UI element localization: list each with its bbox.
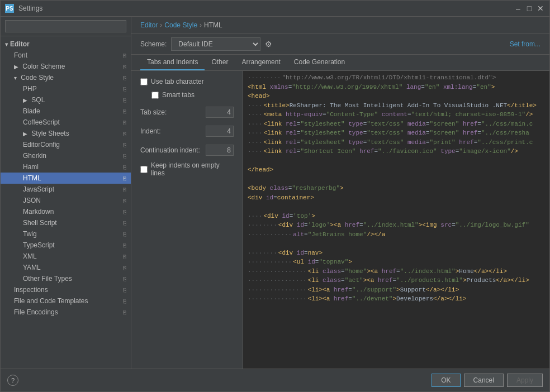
sidebar-item-php[interactable]: PHP ⎘ <box>1 83 131 94</box>
sidebar-item-xml[interactable]: XML ⎘ <box>1 251 131 262</box>
copy-icon: ⎘ <box>123 298 126 304</box>
code-line: ····<div id='top'> <box>243 212 549 221</box>
copy-icon: ⎘ <box>123 220 126 226</box>
sidebar-item-json[interactable]: JSON ⎘ <box>1 195 131 206</box>
sidebar-item-editor[interactable]: ▾ Editor <box>1 39 131 50</box>
sidebar-item-sql[interactable]: ▶ SQL ⎘ <box>1 94 131 106</box>
search-box <box>1 17 131 36</box>
code-line: ············<ul id="topnav"> <box>243 257 549 267</box>
sidebar-item-label: HTML <box>23 174 41 182</box>
breadcrumb-editor[interactable]: Editor <box>140 21 158 29</box>
copy-icon: ⎘ <box>123 287 126 293</box>
copy-icon: ⎘ <box>123 175 126 181</box>
sidebar-item-typescript[interactable]: TypeScript ⎘ <box>1 240 131 251</box>
tab-other[interactable]: Other <box>205 55 235 70</box>
code-line: ················<li><a href="../support"… <box>243 285 549 295</box>
copy-icon: ⎘ <box>123 131 126 137</box>
code-line <box>243 202 549 212</box>
code-line: ····<meta http-equiv="Content-Type" cont… <box>243 110 549 119</box>
tab-tabs-and-indents[interactable]: Tabs and Indents <box>140 55 205 70</box>
arrow-icon: ▶ <box>23 131 27 137</box>
scheme-bar: Scheme: Default IDE ⚙ Set from... <box>131 34 549 55</box>
continuation-indent-input[interactable] <box>206 145 234 156</box>
tab-arrangement[interactable]: Arrangement <box>235 55 287 70</box>
tab-content: Use tab character Smart tabs Tab size: I… <box>131 71 549 369</box>
sidebar-item-file-code-templates[interactable]: File and Code Templates ⎘ <box>1 295 131 307</box>
breadcrumb-code-style[interactable]: Code Style <box>164 21 197 29</box>
scheme-gear-button[interactable]: ⚙ <box>265 40 272 49</box>
breadcrumb-sep2: › <box>200 21 202 29</box>
maximize-button[interactable]: □ <box>525 4 534 13</box>
sidebar-item-label: XML <box>23 252 37 260</box>
use-tab-character-label: Use tab character <box>151 78 204 85</box>
sidebar-item-label: File Encodings <box>14 308 58 316</box>
copy-icon: ⎘ <box>123 265 126 271</box>
main-content: ▾ Editor Font ⎘ ▶ Color Scheme ⎘ <box>1 17 549 369</box>
sidebar-item-label: Blade <box>23 107 40 115</box>
sidebar-item-style-sheets[interactable]: ▶ Style Sheets ⎘ <box>1 128 131 139</box>
bottom-bar: ? OK Cancel Apply <box>1 369 549 391</box>
code-line: ········<div id=nav> <box>243 248 549 258</box>
tab-size-input[interactable] <box>206 107 234 118</box>
tab-size-row: Tab size: <box>140 107 234 118</box>
copy-icon: ⎘ <box>123 209 126 215</box>
sidebar-item-twig[interactable]: Twig ⎘ <box>1 228 131 240</box>
keep-indents-label: Keep indents on empty lines <box>151 161 234 177</box>
sidebar-item-file-encodings[interactable]: File Encodings ⎘ <box>1 307 131 318</box>
code-line <box>243 175 549 184</box>
copy-icon: ⎘ <box>123 242 126 248</box>
sidebar-item-font[interactable]: Font ⎘ <box>1 50 131 61</box>
sidebar-item-haml[interactable]: Haml ⎘ <box>1 161 131 173</box>
sidebar-item-html[interactable]: HTML ⎘ <box>1 173 131 184</box>
use-tab-character-checkbox[interactable] <box>140 78 148 85</box>
sidebar-item-color-scheme[interactable]: ▶ Color Scheme ⎘ <box>1 61 131 72</box>
scheme-label: Scheme: <box>140 40 167 48</box>
sidebar: ▾ Editor Font ⎘ ▶ Color Scheme ⎘ <box>1 17 131 369</box>
code-preview: ·········"http://www.w3.org/TR/xhtml1/DT… <box>243 71 549 369</box>
continuation-indent-row: Continuation indent: <box>140 145 234 156</box>
sidebar-item-yaml[interactable]: YAML ⎘ <box>1 262 131 273</box>
copy-icon: ⎘ <box>123 64 126 70</box>
tab-code-generation[interactable]: Code Generation <box>287 55 352 70</box>
sidebar-item-shell-script[interactable]: Shell Script ⎘ <box>1 217 131 228</box>
breadcrumb-html: HTML <box>204 21 222 29</box>
scheme-select[interactable]: Default IDE <box>171 37 260 51</box>
code-line: ················<li class="home"><a href… <box>243 267 549 276</box>
sidebar-item-markdown[interactable]: Markdown ⎘ <box>1 206 131 217</box>
minimize-button[interactable]: – <box>514 4 523 13</box>
apply-button[interactable]: Apply <box>507 374 543 387</box>
indent-input[interactable] <box>206 126 234 137</box>
code-line: <body class="resharperbg"> <box>243 184 549 193</box>
sidebar-item-coffeescript[interactable]: CoffeeScript ⎘ <box>1 117 131 128</box>
sidebar-item-inspections[interactable]: Inspections ⎘ <box>1 284 131 295</box>
sidebar-item-blade[interactable]: Blade ⎘ <box>1 106 131 117</box>
indent-label: Indent: <box>140 127 201 135</box>
keep-indents-row: Keep indents on empty lines <box>140 161 234 177</box>
cancel-button[interactable]: Cancel <box>464 374 504 387</box>
help-button[interactable]: ? <box>7 375 18 386</box>
sidebar-item-editorconfig[interactable]: EditorConfig ⎘ <box>1 139 131 150</box>
sidebar-item-code-style[interactable]: ▾ Code Style ⎘ <box>1 72 131 83</box>
arrow-icon: ▶ <box>23 97 27 103</box>
sidebar-item-javascript[interactable]: JavaScript ⎘ <box>1 184 131 195</box>
smart-tabs-checkbox[interactable] <box>151 92 159 99</box>
search-input[interactable] <box>5 20 126 32</box>
sidebar-item-gherkin[interactable]: Gherkin ⎘ <box>1 150 131 161</box>
code-line: ····<link rel="stylesheet" type="text/cs… <box>243 128 549 138</box>
sidebar-item-label: Twig <box>23 230 37 238</box>
sidebar-item-other-file-types[interactable]: Other File Types ⎘ <box>1 273 131 284</box>
code-line: <head> <box>243 92 549 101</box>
ok-button[interactable]: OK <box>432 374 460 387</box>
arrow-icon: ▶ <box>14 64 18 70</box>
code-line: ····<link rel="Shortcut Icon" href="../f… <box>243 147 549 156</box>
copy-icon: ⎘ <box>123 276 126 282</box>
sidebar-item-label: Haml <box>23 163 39 171</box>
close-button[interactable]: ✕ <box>536 4 545 13</box>
keep-indents-checkbox[interactable] <box>140 166 148 173</box>
code-line: ················<li><a href="../devnet">… <box>243 294 549 304</box>
code-line: </head> <box>243 165 549 175</box>
code-line: ····<link rel="stylesheet" type="text/cs… <box>243 119 549 129</box>
tab-size-label: Tab size: <box>140 108 201 116</box>
set-from-link[interactable]: Set from... <box>510 40 540 48</box>
sidebar-item-label: JSON <box>23 197 41 204</box>
